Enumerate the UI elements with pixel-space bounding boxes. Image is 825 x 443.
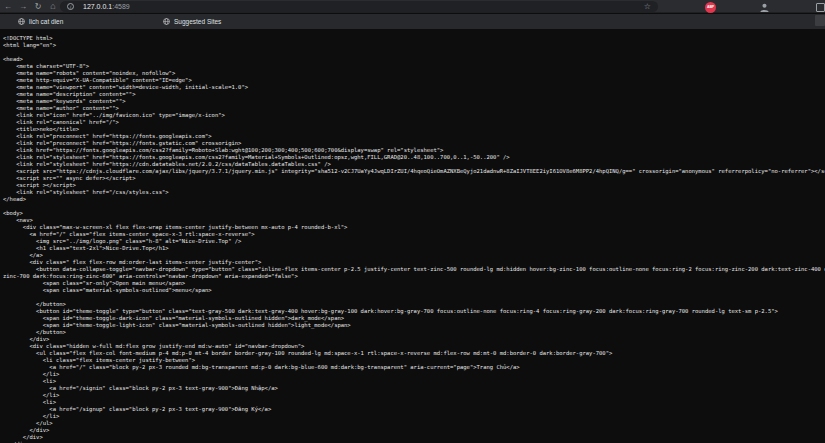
source-line: </button> (3, 329, 825, 336)
bookmark-star-icon[interactable]: ☆ (644, 1, 651, 12)
source-line: </head> (3, 196, 825, 203)
source-line: <meta name="viewport" content="width=dev… (3, 84, 825, 91)
url-host: 127.0.0.1 (83, 3, 112, 10)
source-line: <a href="/signup" class="block py-2 px-3… (3, 406, 825, 413)
adblock-extension-icon[interactable]: ABP (705, 2, 716, 13)
source-line: <span class="material-symbols-outlined">… (3, 287, 825, 294)
url-text: 127.0.0.1:4589 (83, 1, 130, 12)
source-line: <span id="theme-toggle-light-icon" class… (3, 322, 825, 329)
page-info-icon[interactable]: i (67, 3, 74, 10)
source-line: <span class="sr-only">Open main menu</sp… (3, 280, 825, 287)
source-line (3, 49, 825, 56)
reload-icon[interactable]: ↻ (32, 0, 44, 13)
source-line: <a href="/" class="block py-2 px-3 round… (3, 364, 825, 371)
extensions-icon[interactable] (816, 3, 825, 12)
source-line: <div class="hidden w-full md:flex grow j… (3, 343, 825, 350)
source-line: <a href="/" class="flex items-center spa… (3, 231, 825, 238)
profile-icon[interactable] (759, 2, 770, 13)
source-line: <h1 class="text-2xl">Nice-Drive.Top</h1> (3, 245, 825, 252)
source-line (3, 203, 825, 210)
bookmark-label: Suggested Sites (174, 18, 221, 25)
source-line: </li> (3, 392, 825, 399)
source-line: <ul class="flex flex-col font-medium p-4… (3, 350, 825, 357)
source-line: <!DOCTYPE html> (3, 35, 825, 42)
source-line: <button id="theme-toggle" type="button" … (3, 308, 825, 315)
source-line (3, 294, 825, 301)
bookmarks-overflow-button[interactable] (815, 15, 825, 26)
bookmark-item-suggested-sites[interactable]: Suggested Sites (163, 14, 221, 29)
source-line: <a href="/signin" class="block py-2 px-3… (3, 385, 825, 392)
source-line: <link rel="icon" href="../img/favicon.ic… (3, 112, 825, 119)
bookmark-item-lich-cat-dien[interactable]: lich cat dien (18, 14, 63, 29)
source-line: <meta name="keywords" content=""> (3, 98, 825, 105)
source-line: <link rel="preconnect" href="https://fon… (3, 140, 825, 147)
forward-icon[interactable]: → (17, 0, 29, 13)
source-line: </div> (3, 427, 825, 434)
source-line: <meta name="description" content=""> (3, 91, 825, 98)
source-line: <link rel="canonical" href="/"> (3, 119, 825, 126)
source-line: zinc-700 dark:focus:ring-zinc-600" aria-… (3, 273, 825, 280)
source-line: <div class=" flex flex-row md:order-last… (3, 259, 825, 266)
source-line: <li class="flex items-center justify-bet… (3, 357, 825, 364)
source-line: <body> (3, 210, 825, 217)
source-line: <meta charset="UTF-8"> (3, 63, 825, 70)
back-icon[interactable]: ← (2, 0, 14, 13)
source-line: <li> (3, 399, 825, 406)
source-line: </ul> (3, 420, 825, 427)
source-line: <nav> (3, 217, 825, 224)
source-line: <link rel="stylesheet" href="https://fon… (3, 154, 825, 161)
source-line: <script ></script> (3, 182, 825, 189)
source-line: </button> (3, 301, 825, 308)
source-line: <head> (3, 56, 825, 63)
source-line: </div> (3, 434, 825, 441)
source-line: <link href="https://fonts.googleapis.com… (3, 147, 825, 154)
source-line: <link rel="preconnect" href="https://fon… (3, 133, 825, 140)
source-line: </li> (3, 371, 825, 378)
url-port: :4589 (112, 3, 130, 10)
source-line: <meta http-equiv="X-UA-Compatible" conte… (3, 77, 825, 84)
globe-favicon-icon (163, 18, 170, 25)
source-line: </div> (3, 336, 825, 343)
source-line: <li> (3, 378, 825, 385)
bookmarks-bar: lich cat dien Suggested Sites (0, 14, 825, 29)
source-line: <link rel="stylesheet" href="https://cdn… (3, 161, 825, 168)
source-line: </a> (3, 252, 825, 259)
source-line: <title>neko</title> (3, 126, 825, 133)
browser-toolbar: ← → ↻ ⌂ i 127.0.0.1:4589 ☆ ABP (0, 0, 825, 13)
globe-favicon-icon (18, 18, 25, 25)
source-line: <div class="max-w-screen-xl flex flex-wr… (3, 224, 825, 231)
source-line: </li> (3, 413, 825, 420)
source-line: <html lang="en"> (3, 42, 825, 49)
view-source-content: <!DOCTYPE html><html lang="en"><head> <m… (0, 29, 825, 443)
source-line: <script src="" async defer></script> (3, 175, 825, 182)
bookmark-label: lich cat dien (29, 18, 63, 25)
address-bar[interactable]: i 127.0.0.1:4589 ☆ (60, 1, 658, 12)
home-icon[interactable]: ⌂ (47, 0, 59, 13)
source-line: <meta name="robots" content="noindex, no… (3, 70, 825, 77)
source-line: <meta name="author" content=""> (3, 105, 825, 112)
source-line: <span id="theme-toggle-dark-icon" class=… (3, 315, 825, 322)
source-line: <script src="https://cdnjs.cloudflare.co… (3, 168, 825, 175)
source-line: <link rel="stylesheet" href="/css/styles… (3, 189, 825, 196)
source-line: <img src="../img/logo.png" class="h-8" a… (3, 238, 825, 245)
source-line: <button data-collapse-toggle="navbar-dro… (3, 266, 825, 273)
